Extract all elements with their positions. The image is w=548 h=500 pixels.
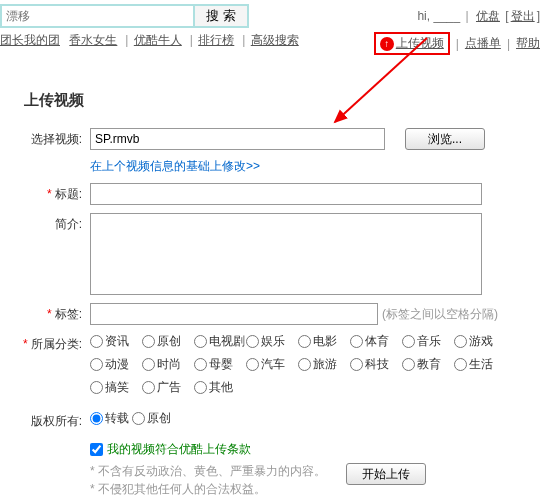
file-label: 选择视频: [20,128,90,148]
agree-terms[interactable]: 我的视频符合优酷上传条款 [90,441,326,458]
upload-video-highlight[interactable]: ↑ 上传视频 [374,32,450,55]
nav-item[interactable]: 团长我的团 [0,33,60,47]
desc-label: 简介: [20,213,90,233]
category-option[interactable]: 其他 [194,379,246,396]
help-link[interactable]: 帮助 [516,35,540,52]
copyright-repost[interactable]: 转载 [90,410,129,427]
file-input[interactable] [90,128,385,150]
category-option[interactable]: 动漫 [90,356,142,373]
category-option[interactable]: 游戏 [454,333,506,350]
user-area: hi, ____ | 优盘 [登出] [417,4,540,28]
copyright-original[interactable]: 原创 [132,410,171,427]
page-title: 上传视频 [24,91,548,110]
category-option[interactable]: 体育 [350,333,402,350]
category-option[interactable]: 音乐 [402,333,454,350]
nav-links: 团长我的团 香水女生| 优酷牛人| 排行榜| 高级搜索 [0,32,305,55]
category-option[interactable]: 母婴 [194,356,246,373]
term-note: 不含有反动政治、黄色、严重暴力的内容。 [90,462,326,480]
cat-label: 所属分类: [20,333,90,353]
tags-input[interactable] [90,303,378,325]
category-option[interactable]: 汽车 [246,356,298,373]
browse-button[interactable]: 浏览... [405,128,485,150]
greeting: hi, [417,9,430,23]
username: ____ [433,9,460,23]
tags-hint: (标签之间以空格分隔) [382,303,498,323]
nav-item[interactable]: 高级搜索 [251,33,299,47]
nav-item[interactable]: 排行榜 [198,33,234,47]
nav-item[interactable]: 香水女生 [69,33,117,47]
category-option[interactable]: 搞笑 [90,379,142,396]
category-option[interactable]: 生活 [454,356,506,373]
category-option[interactable]: 原创 [142,333,194,350]
upload-icon: ↑ [380,37,394,51]
modify-prev-link[interactable]: 在上个视频信息的基础上修改>> [90,158,260,175]
youpan-link[interactable]: 优盘 [476,9,500,23]
category-group: 资讯原创电视剧娱乐电影体育音乐游戏动漫时尚母婴汽车旅游科技教育生活搞笑广告其他 [90,333,510,402]
category-option[interactable]: 旅游 [298,356,350,373]
copyright-label: 版权所有: [20,410,90,430]
start-upload-button[interactable]: 开始上传 [346,463,426,485]
category-option[interactable]: 电影 [298,333,350,350]
category-option[interactable]: 电视剧 [194,333,246,350]
search-button[interactable]: 搜 索 [195,4,249,28]
dianbo-link[interactable]: 点播单 [465,35,501,52]
category-option[interactable]: 资讯 [90,333,142,350]
logout-link[interactable]: 登出 [511,9,535,23]
category-option[interactable]: 娱乐 [246,333,298,350]
category-option[interactable]: 广告 [142,379,194,396]
tags-label: 标签: [20,303,90,323]
term-note: 不侵犯其他任何人的合法权益。 [90,480,326,498]
nav-item[interactable]: 优酷牛人 [134,33,182,47]
title-input[interactable] [90,183,482,205]
category-option[interactable]: 科技 [350,356,402,373]
category-option[interactable]: 时尚 [142,356,194,373]
title-label: 标题: [20,183,90,203]
category-option[interactable]: 教育 [402,356,454,373]
search-input[interactable] [0,4,195,28]
desc-textarea[interactable] [90,213,482,295]
upload-link[interactable]: 上传视频 [396,35,444,52]
